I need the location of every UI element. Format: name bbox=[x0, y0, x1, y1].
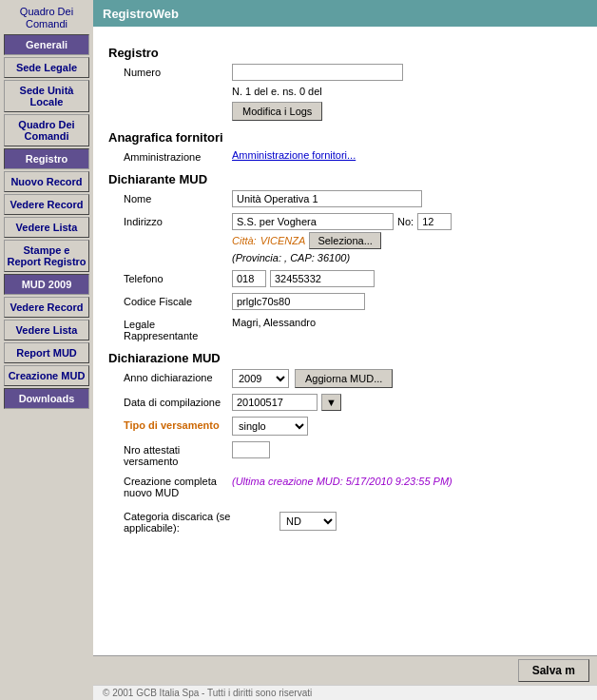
nro-label: Nro attestati versamento bbox=[108, 441, 232, 467]
dichiarante-section-title: Dichiarante MUD bbox=[108, 172, 582, 186]
amministrazione-label: Amministrazione bbox=[108, 148, 232, 163]
amministrazione-link[interactable]: Amministrazione fornitori... bbox=[232, 149, 356, 161]
amministrazione-row: Amministrazione Amministrazione fornitor… bbox=[108, 148, 582, 163]
app-header: RegistroWeb bbox=[93, 0, 597, 27]
legale-value-container: Magri, Alessandro bbox=[232, 316, 582, 329]
sidebar-item-registro[interactable]: Registro bbox=[4, 148, 89, 169]
tel-prefix-input[interactable] bbox=[232, 270, 266, 287]
data-controls: ▼ bbox=[232, 394, 582, 411]
codice-fiscale-input[interactable] bbox=[232, 293, 365, 310]
copyright-text: © 2001 GCB Italia Spa - Tutti i diritti … bbox=[93, 685, 597, 700]
anno-controls: 2009 2010 2008 Aggiorna MUD... bbox=[232, 369, 582, 388]
tipo-field-container: singlo multiplo bbox=[232, 417, 582, 436]
address-line: No: bbox=[232, 213, 582, 230]
sidebar-item-quadro[interactable]: Quadro Dei Comandi bbox=[4, 114, 89, 146]
sidebar-item-mud2009[interactable]: MUD 2009 bbox=[4, 274, 89, 295]
creazione-field-container: (Ultima creazione MUD: 5/17/2010 9:23:55… bbox=[232, 473, 582, 488]
legale-row: Legale Rappresentante Magri, Alessandro bbox=[108, 316, 582, 341]
no-label: No: bbox=[397, 216, 414, 227]
app-title: RegistroWeb bbox=[103, 7, 179, 21]
creazione-row: Creazione completa nuovo MUD (Ultima cre… bbox=[108, 473, 582, 498]
phone-fields bbox=[232, 270, 582, 287]
data-row: Data di compilazione ▼ bbox=[108, 394, 582, 411]
nome-label: Nome bbox=[108, 190, 232, 204]
categoria-row: Categoria discarica (se applicabile): ND… bbox=[108, 508, 582, 534]
numero-input[interactable] bbox=[232, 64, 403, 81]
aggiorna-mud-button[interactable]: Aggiorna MUD... bbox=[295, 369, 393, 388]
sidebar-item-creazione-mud[interactable]: Creazione MUD bbox=[4, 365, 89, 386]
tipo-label: Tipo di versamento bbox=[108, 417, 232, 431]
nro-row: Nro attestati versamento bbox=[108, 441, 582, 467]
telefono-row: Telefono bbox=[108, 270, 582, 287]
no-input[interactable] bbox=[417, 213, 452, 230]
indirizzo-field-container: No: Città: VICENZA Seleziona... (Provinc… bbox=[232, 213, 582, 264]
tipo-select[interactable]: singlo multiplo bbox=[232, 417, 308, 436]
provincia-text: (Provincia: , CAP: 36100) bbox=[232, 252, 350, 263]
salva-button[interactable]: Salva m bbox=[518, 659, 589, 682]
tipo-controls: singlo multiplo bbox=[232, 417, 582, 436]
city-line: Città: VICENZA Seleziona... bbox=[232, 232, 582, 249]
bottom-bar: Salva m bbox=[93, 655, 597, 685]
numero-label: Numero bbox=[108, 64, 232, 78]
nome-field-container bbox=[232, 190, 582, 207]
numero-row: Numero N. 1 del e. ns. 0 del Modifica i … bbox=[108, 64, 582, 121]
anno-field-container: 2009 2010 2008 Aggiorna MUD... bbox=[232, 369, 582, 388]
tipo-row: Tipo di versamento singlo multiplo bbox=[108, 417, 582, 436]
sidebar-item-vedere-record-mud[interactable]: Vedere Record bbox=[4, 297, 89, 318]
indirizzo-label: Indirizzo bbox=[108, 213, 232, 227]
nro-input[interactable] bbox=[232, 441, 270, 458]
calendar-button[interactable]: ▼ bbox=[321, 394, 341, 411]
dichiarazione-section-title: Dichiarazione MUD bbox=[108, 351, 582, 365]
categoria-select[interactable]: ND A B C bbox=[279, 512, 337, 531]
data-input[interactable] bbox=[232, 394, 318, 411]
indirizzo-input[interactable] bbox=[232, 213, 394, 230]
modifica-logs-button[interactable]: Modifica i Logs bbox=[232, 102, 322, 121]
anno-label: Anno dichiarazione bbox=[108, 369, 232, 383]
provincia-line: (Provincia: , CAP: 36100) bbox=[232, 251, 582, 264]
content-area: Registro Numero N. 1 del e. ns. 0 del Mo… bbox=[93, 27, 597, 655]
codice-fiscale-label: Codice Fiscale bbox=[108, 293, 232, 307]
amministrazione-link-container: Amministrazione fornitori... bbox=[232, 148, 582, 162]
ultima-creazione-text: (Ultima creazione MUD: 5/17/2010 9:23:55… bbox=[232, 476, 453, 487]
sidebar-item-vedere-lista[interactable]: Vedere Lista bbox=[4, 217, 89, 238]
sidebar-item-vedere-record[interactable]: Vedere Record bbox=[4, 194, 89, 215]
numero-field-container: N. 1 del e. ns. 0 del Modifica i Logs bbox=[232, 64, 582, 121]
indirizzo-row: Indirizzo No: Città: VICENZA Seleziona..… bbox=[108, 213, 582, 264]
sidebar-item-downloads[interactable]: Downloads bbox=[4, 388, 89, 409]
citta-value: VICENZA bbox=[260, 235, 306, 246]
quadro-dei-comandi-label: Quadro Dei Comandi bbox=[4, 4, 89, 32]
sidebar-item-stampe[interactable]: Stampe e Report Registro bbox=[4, 240, 89, 272]
data-field-container: ▼ bbox=[232, 394, 582, 411]
categoria-controls: ND A B C bbox=[279, 512, 582, 531]
codice-fiscale-container bbox=[232, 293, 582, 310]
nome-input[interactable] bbox=[232, 190, 422, 207]
categoria-label: Categoria discarica (se applicabile): bbox=[108, 508, 279, 534]
sidebar-item-report-mud[interactable]: Report MUD bbox=[4, 342, 89, 363]
n-del-text: N. 1 del e. ns. 0 del bbox=[232, 85, 582, 98]
anno-select[interactable]: 2009 2010 2008 bbox=[232, 369, 289, 388]
citta-label: Città: bbox=[232, 235, 257, 246]
sidebar: Quadro Dei Comandi Generali Sede Legale … bbox=[0, 0, 93, 700]
ultima-creazione-container: (Ultima creazione MUD: 5/17/2010 9:23:55… bbox=[232, 475, 582, 488]
registro-section-title: Registro bbox=[108, 46, 582, 60]
tel-number-input[interactable] bbox=[270, 270, 375, 287]
nome-row: Nome bbox=[108, 190, 582, 207]
creazione-label: Creazione completa nuovo MUD bbox=[108, 473, 232, 498]
nro-field-container bbox=[232, 441, 582, 458]
sidebar-item-nuovo-record[interactable]: Nuovo Record bbox=[4, 171, 89, 192]
sidebar-item-generali[interactable]: Generali bbox=[4, 34, 89, 55]
categoria-field-container: ND A B C bbox=[279, 508, 582, 531]
legale-label: Legale Rappresentante bbox=[108, 316, 232, 341]
main-panel: RegistroWeb Registro Numero N. 1 del e. … bbox=[93, 0, 597, 700]
modifica-logs-container: Modifica i Logs bbox=[232, 102, 582, 121]
anno-row: Anno dichiarazione 2009 2010 2008 Aggior… bbox=[108, 369, 582, 388]
seleziona-button[interactable]: Seleziona... bbox=[309, 232, 380, 249]
legale-value: Magri, Alessandro bbox=[232, 317, 316, 328]
anagrafica-section-title: Anagrafica fornitori bbox=[108, 130, 582, 145]
telefono-label: Telefono bbox=[108, 270, 232, 284]
sidebar-item-vedere-lista-mud[interactable]: Vedere Lista bbox=[4, 320, 89, 340]
sidebar-item-sede-legale[interactable]: Sede Legale bbox=[4, 57, 89, 78]
codice-fiscale-row: Codice Fiscale bbox=[108, 293, 582, 310]
data-label: Data di compilazione bbox=[108, 394, 232, 408]
sidebar-item-sede-unita[interactable]: Sede Unità Locale bbox=[4, 80, 89, 112]
